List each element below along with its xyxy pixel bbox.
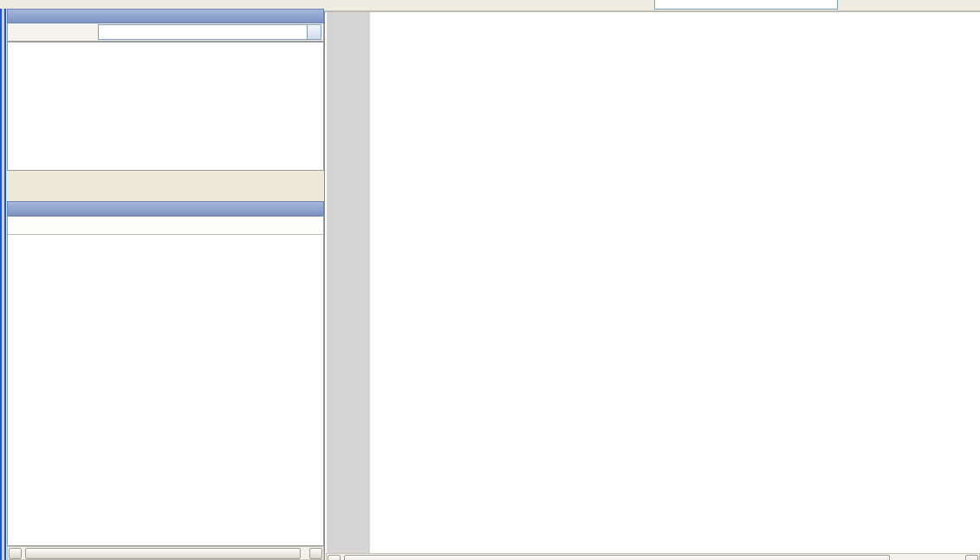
scroll-left-arrow-icon[interactable]	[9, 548, 22, 559]
scroll-right-arrow-icon[interactable]	[309, 548, 322, 559]
close-icon[interactable]	[307, 202, 320, 215]
ise-window	[0, 0, 980, 560]
scrollbar-thumb[interactable]	[344, 555, 890, 560]
chevron-down-icon[interactable]	[307, 25, 321, 39]
scrollbar-thumb[interactable]	[25, 548, 301, 559]
line-number-gutter	[327, 12, 370, 553]
processes-panel-body	[7, 216, 324, 546]
scroll-right-arrow-icon[interactable]	[965, 555, 978, 560]
editor-horizontal-scrollbar[interactable]	[326, 553, 980, 560]
close-icon[interactable]	[307, 10, 320, 23]
scroll-left-arrow-icon[interactable]	[328, 555, 341, 560]
sources-tree[interactable]	[7, 42, 324, 171]
panel-tabs	[7, 171, 324, 193]
sources-for-combobox[interactable]	[98, 24, 321, 40]
code-editor[interactable]	[324, 11, 980, 560]
toolbar-search-input[interactable]	[654, 0, 838, 10]
window-left-edge	[0, 9, 7, 560]
sources-panel-titlebar[interactable]	[7, 9, 324, 23]
left-panel-column	[7, 9, 324, 560]
processes-for-header	[8, 217, 323, 235]
processes-panel-titlebar[interactable]	[7, 201, 324, 216]
sources-for-row	[7, 23, 324, 42]
processes-horizontal-scrollbar[interactable]	[7, 546, 324, 560]
